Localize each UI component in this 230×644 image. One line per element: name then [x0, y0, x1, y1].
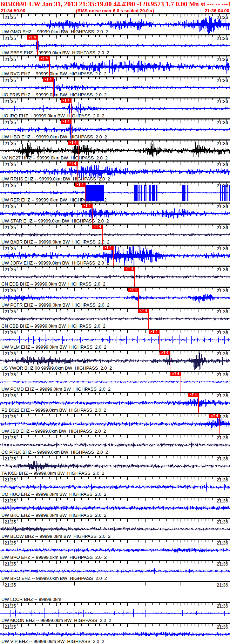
- waveform-canvas[interactable]: [0, 288, 230, 308]
- waveform-canvas[interactable]: [0, 477, 230, 497]
- trace-row[interactable]: 21:35 21:36 UW JORV EHZ -- 99999.0km BW …: [0, 245, 230, 266]
- trace-row[interactable]: 21:35 21:36 UW BLOW BHZ -- 99999.0km BW …: [0, 518, 230, 539]
- event-summary-flag: -1: [226, 0, 230, 8]
- trace-row[interactable]: 21:35 21:36 UW JBO EHZ -- 99999.0km BW H…: [0, 413, 230, 434]
- trace-row[interactable]: 21:35 21:36 UW LCCR BHZ -- 99999.0km: [0, 581, 230, 602]
- waveform-canvas[interactable]: [0, 267, 230, 287]
- waveform-canvas[interactable]: [0, 162, 230, 181]
- trace-row[interactable]: 21:35 21:36 UW BPO EHZ -- 99999.0km BW H…: [0, 539, 230, 560]
- waveform-canvas[interactable]: [0, 456, 230, 476]
- event-header: 60503691 UW Jan 31, 2013 21:35:19.00 44.…: [0, 0, 230, 13]
- pick-flag[interactable]: ×T 4: [149, 330, 159, 334]
- pick-flag[interactable]: ×T 4: [188, 393, 198, 397]
- waveform-canvas[interactable]: [0, 435, 230, 455]
- waveform-canvas[interactable]: [0, 498, 230, 518]
- trace-row[interactable]: 21:35 21:36 UW VLM EHZ -- 99999.0km BW H…: [0, 329, 230, 350]
- waveform-canvas[interactable]: [0, 77, 230, 97]
- trace-row[interactable]: 21:35 21:36 UW HBO EHZ -- 99999.0km BW H…: [0, 118, 230, 139]
- waveform-canvas[interactable]: [0, 98, 230, 118]
- pick-flag[interactable]: ×T 4: [92, 225, 103, 229]
- pick-flag[interactable]: ×T 4: [61, 98, 71, 103]
- waveform-canvas[interactable]: [0, 351, 230, 371]
- event-summary-text: 60503691 UW Jan 31, 2013 21:35:19.00 44.…: [1, 0, 226, 8]
- pick-flag[interactable]: ×T 4: [160, 351, 170, 355]
- trace-row[interactable]: 21:35 21:36 US YWOR BHZ 00 99999.0km BW …: [0, 350, 230, 371]
- waveform-canvas[interactable]: [0, 561, 230, 581]
- pick-flag[interactable]: ×T 4: [67, 162, 78, 166]
- rms-scaling-note: (RMS noise over 6.0 s scaled 20.0 x): [76, 8, 154, 13]
- trace-row[interactable]: 21:35 21:36 CC PRLK BHZ -- 99999.0km BW …: [0, 434, 230, 455]
- waveform-canvas[interactable]: [0, 204, 230, 224]
- seismogram-viewer-window: { "header": { "title_left": "60503691 UW…: [0, 0, 230, 644]
- trace-row[interactable]: 21:35 21:36 CN CBB BHZ -- 99999.0km BW H…: [0, 308, 230, 329]
- window-info-line: 21:34:59.00 (RMS noise over 6.0 s scaled…: [1, 8, 229, 13]
- trace-row[interactable]: 21:35 21:36 UW GMO EHZ -- 99999.0km BW H…: [0, 13, 230, 34]
- waveform-canvas[interactable]: [0, 14, 230, 34]
- waveform-canvas[interactable]: [0, 183, 230, 203]
- trace-row[interactable]: 21:35 21:36 UW BRO EHZ -- 99999.0km BW H…: [0, 560, 230, 581]
- pick-flag[interactable]: ×T 4: [43, 77, 53, 82]
- pick-flag[interactable]: ×T 4: [68, 141, 78, 145]
- pick-flag[interactable]: ×T 4: [82, 204, 92, 208]
- trace-row[interactable]: 21:35 21:36 UO IRQ EHZ -- 99999.0km BW H…: [0, 97, 230, 118]
- trace-row[interactable]: 21:35 21:36 UW STAR EHZ -- 99999.0km BW …: [0, 203, 230, 224]
- pick-flag[interactable]: ×T 4: [103, 246, 113, 250]
- trace-row[interactable]: 21:35 21:36 CN EDB BHZ -- 99999.0km BW H…: [0, 266, 230, 287]
- event-title-line: 60503691 UW Jan 31, 2013 21:35:19.00 44.…: [1, 0, 229, 8]
- trace-row[interactable]: 21:35 21:36 UW PCMD EHZ -- 99999.0km BW …: [0, 371, 230, 392]
- pick-flag[interactable]: ×T 4: [27, 35, 38, 40]
- waveform-canvas[interactable]: [0, 141, 230, 160]
- waveform-canvas[interactable]: [0, 540, 230, 560]
- trace-row[interactable]: 21:35 21:36 UO HUO EHZ -- 99999.0km BW H…: [0, 476, 230, 497]
- pick-flag[interactable]: ×T 4: [124, 267, 135, 271]
- trace-row[interactable]: 21:35 21:36 PB B022 EHZ -- 99999.0km BW …: [0, 392, 230, 413]
- trace-row[interactable]: 21:35 21:36 UW SBES EHZ -- 99999.0km BW …: [0, 34, 230, 55]
- pick-flag[interactable]: ×T 4: [61, 119, 71, 124]
- trace-row[interactable]: 21:35 21:36 UW MOON EHZ -- 99999.0km BW …: [0, 602, 230, 623]
- trace-row[interactable]: 21:35 21:36 NV NC27 HHZ -- 99999.0km BW …: [0, 139, 230, 160]
- waveform-canvas[interactable]: [0, 56, 230, 76]
- waveform-canvas[interactable]: [0, 309, 230, 329]
- trace-row[interactable]: 21:35 21:36 UW PCFR EHZ -- 99999.0km BW …: [0, 287, 230, 308]
- trace-row[interactable]: 21:35 21:36 UW VIP EHZ -- 99999.0km BW H…: [0, 623, 230, 644]
- trace-row[interactable]: 21:35 21:36 UW RVC EHZ -- 99999.0km BW H…: [0, 55, 230, 76]
- waveform-canvas[interactable]: [0, 119, 230, 139]
- trace-row[interactable]: 21:35 21:36 UW RRHS EHZ -- 99999.0km BW …: [0, 160, 230, 181]
- trace-list: 21:35 21:36 UW GMO EHZ -- 99999.0km BW H…: [0, 13, 230, 644]
- window-start-time: 21:34:59.00: [1, 8, 25, 13]
- waveform-canvas[interactable]: [0, 414, 230, 434]
- pick-flag[interactable]: ×T 4: [128, 288, 138, 292]
- pick-flag[interactable]: ×T 4: [39, 56, 49, 61]
- waveform-canvas[interactable]: [0, 372, 230, 392]
- waveform-canvas[interactable]: [0, 225, 230, 245]
- waveform-canvas[interactable]: [0, 624, 230, 644]
- pick-flag[interactable]: ×T 4: [209, 414, 220, 418]
- waveform-canvas[interactable]: [0, 246, 230, 266]
- waveform-canvas[interactable]: [0, 330, 230, 350]
- window-end-time: 21:36:04.00: [205, 8, 229, 13]
- trace-row[interactable]: 21:35 21:36 UW RER EHZ -- 99999.0km BW H…: [0, 181, 230, 203]
- trace-row[interactable]: 21:35 21:36 TA I05D BHZ -- 99999.0km BW …: [0, 455, 230, 476]
- trace-row[interactable]: 21:35 21:36 UW BKC EHZ -- 99999.0km BW H…: [0, 497, 230, 518]
- pick-flag[interactable]: ×T 4: [75, 183, 85, 187]
- pick-flag[interactable]: ×T 4: [138, 309, 149, 313]
- trace-row[interactable]: 21:35 21:36 UW BABR BHZ -- 99999.0km BW …: [0, 224, 230, 245]
- waveform-canvas[interactable]: [0, 519, 230, 539]
- trace-row[interactable]: 21:35 21:36 UO FRIS EHZ -- 99999.0km BW …: [0, 76, 230, 97]
- pick-flag[interactable]: ×T 4: [170, 372, 181, 376]
- waveform-canvas[interactable]: [0, 603, 230, 623]
- waveform-canvas[interactable]: [0, 582, 230, 602]
